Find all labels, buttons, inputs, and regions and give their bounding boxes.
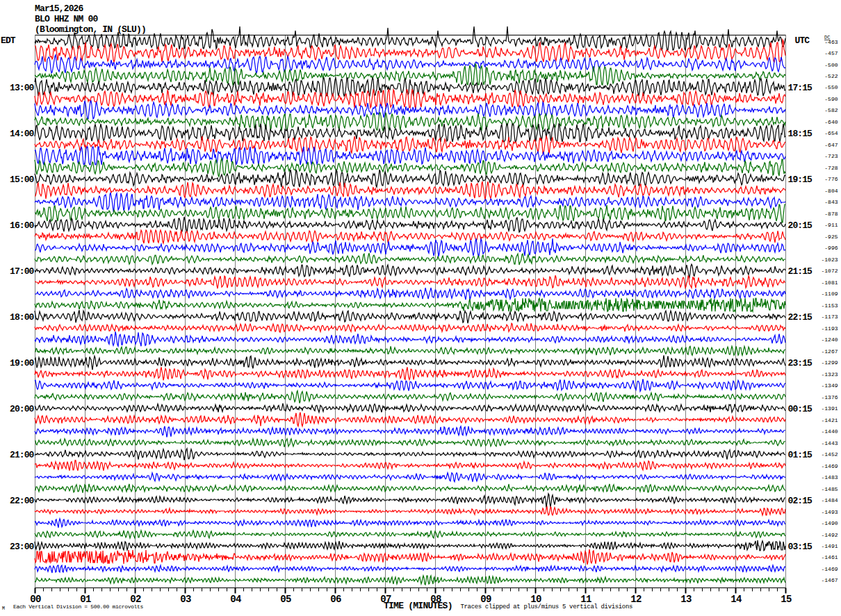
svg-text:-1081: -1081 [821,279,838,286]
svg-text:M: M [2,606,5,611]
svg-text:-911: -911 [824,222,838,228]
svg-text:-1023: -1023 [821,257,838,263]
svg-text:18:00: 18:00 [10,312,35,323]
svg-text:05: 05 [280,594,291,605]
svg-text:-996: -996 [824,245,838,251]
svg-text:-1391: -1391 [821,405,838,412]
svg-text:06: 06 [330,594,341,605]
svg-text:UTC: UTC [795,35,810,46]
svg-text:EDT: EDT [1,35,16,46]
svg-text:01:15: 01:15 [788,450,813,460]
svg-text:-522: -522 [824,73,838,79]
svg-text:14:00: 14:00 [10,129,35,139]
svg-text:Traces clipped at plus/minus 5: Traces clipped at plus/minus 5 vertical … [461,603,633,610]
svg-text:-1267: -1267 [821,348,838,355]
svg-text:18:15: 18:15 [788,129,813,139]
svg-text:-654: -654 [824,130,838,136]
svg-text:BLO HHZ NM 00: BLO HHZ NM 00 [35,14,98,24]
svg-text:20:15: 20:15 [788,220,813,231]
svg-text:22:00: 22:00 [10,496,35,506]
svg-text:-457: -457 [824,50,838,56]
svg-text:-843: -843 [824,199,838,205]
svg-text:-1484: -1484 [821,497,838,503]
svg-text:03: 03 [180,594,191,605]
svg-text:-1493: -1493 [821,509,838,515]
svg-text:-1299: -1299 [821,359,838,366]
svg-text:-1485: -1485 [821,486,838,492]
svg-text:-1483: -1483 [821,474,838,480]
svg-text:-878: -878 [824,211,838,217]
svg-text:02:15: 02:15 [788,496,813,506]
svg-text:-1440: -1440 [821,428,838,435]
svg-text:-1193: -1193 [821,325,838,332]
svg-text:-640: -640 [824,119,838,125]
svg-text:-1492: -1492 [821,532,838,538]
svg-text:-1461: -1461 [821,554,838,560]
svg-text:21:00: 21:00 [10,450,35,460]
svg-text:19:15: 19:15 [788,175,813,185]
svg-text:23:15: 23:15 [788,358,813,368]
svg-text:-1153: -1153 [821,302,838,309]
svg-text:03:15: 03:15 [788,542,813,552]
svg-text:-776: -776 [824,176,838,182]
svg-text:-1490: -1490 [821,520,838,526]
svg-text:13: 13 [680,594,692,605]
svg-text:-1452: -1452 [821,451,838,457]
svg-text:(Bloomington, IN (SLU)): (Bloomington, IN (SLU)) [35,24,146,35]
svg-text:-1469: -1469 [821,566,838,572]
svg-text:TIME (MINUTES): TIME (MINUTES) [384,601,452,611]
svg-text:16:00: 16:00 [10,220,35,231]
svg-text:17:00: 17:00 [10,266,35,277]
svg-text:-500: -500 [824,62,838,68]
svg-text:-728: -728 [824,165,838,171]
svg-text:22:15: 22:15 [788,312,813,323]
svg-text:14: 14 [730,594,742,605]
svg-text:-804: -804 [824,188,838,194]
svg-text:-1323: -1323 [821,371,838,378]
svg-text:00:15: 00:15 [788,404,813,414]
svg-text:20:00: 20:00 [10,404,35,414]
svg-text:-1443: -1443 [821,440,838,446]
svg-text:-1173: -1173 [821,314,838,320]
svg-text:15: 15 [781,594,792,605]
svg-text:-463: -463 [824,39,838,45]
svg-text:-925: -925 [824,234,838,240]
svg-text:23:00: 23:00 [10,542,35,552]
svg-text:17:15: 17:15 [788,83,813,93]
svg-text:15:00: 15:00 [10,175,35,185]
svg-text:21:15: 21:15 [788,266,813,277]
svg-text:04: 04 [230,594,241,605]
svg-text:-1469: -1469 [821,463,838,469]
svg-text:-590: -590 [824,96,838,102]
svg-text:-1467: -1467 [821,577,838,583]
svg-text:-1109: -1109 [821,291,838,297]
svg-text:-647: -647 [824,142,838,148]
svg-text:-1491: -1491 [821,543,838,549]
svg-text:13:00: 13:00 [10,83,35,93]
svg-text:-550: -550 [824,84,838,90]
svg-text:19:00: 19:00 [10,358,35,368]
svg-text:-1240: -1240 [821,337,838,343]
svg-text:-582: -582 [824,107,838,113]
svg-text:Mar15,2026: Mar15,2026 [35,3,84,14]
svg-text:-1421: -1421 [821,417,838,423]
svg-text:-723: -723 [824,153,838,159]
svg-text:-1072: -1072 [821,268,838,274]
svg-text:-1376: -1376 [821,394,838,400]
svg-text:-1349: -1349 [821,382,838,389]
svg-text:Each Vertical Division = 500.: Each Vertical Division = 500.00 microvol… [13,603,143,610]
